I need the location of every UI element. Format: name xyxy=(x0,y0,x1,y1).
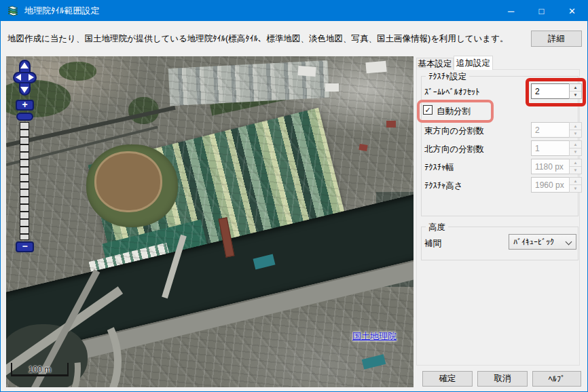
minimize-button[interactable]: ─ xyxy=(496,1,526,21)
map-scale-bar: 100 m xyxy=(11,363,69,376)
pan-right-icon[interactable] xyxy=(29,74,34,81)
texture-height-input: 1960 px xyxy=(531,177,569,193)
north-divisions-spinner: 1 ▲ ▼ xyxy=(531,140,582,156)
zoom-slider-track[interactable] xyxy=(20,122,29,240)
zoom-in-button[interactable]: + xyxy=(16,100,34,111)
texture-width-spinner: 1180 px ▲ ▼ xyxy=(531,159,582,174)
confirm-button[interactable]: 確定 xyxy=(422,371,473,387)
tab-basic-settings[interactable]: 基本設定 xyxy=(416,58,454,70)
spin-up-button: ▲ xyxy=(570,178,581,185)
interpolation-value: ﾊﾞｲｷｭｰﾋﾞｯｸ xyxy=(513,237,554,247)
minimize-icon: ─ xyxy=(508,6,514,16)
arrow-up-icon: ▲ xyxy=(574,142,578,146)
spin-up-button: ▲ xyxy=(570,123,581,130)
close-button[interactable]: ✕ xyxy=(557,1,587,21)
help-button[interactable]: ﾍﾙﾌﾟ xyxy=(532,371,581,387)
spin-down-button: ▼ xyxy=(570,130,581,137)
maximize-icon: □ xyxy=(539,6,545,16)
spin-down-button: ▼ xyxy=(570,185,581,192)
spin-down-button: ▼ xyxy=(570,149,581,155)
zoom-out-button[interactable]: − xyxy=(16,241,34,252)
east-divisions-label: 東方向の分割数 xyxy=(424,125,484,137)
altitude-group-title: 高度 xyxy=(426,222,448,233)
arrow-down-icon: ▼ xyxy=(574,132,578,136)
pan-down-icon[interactable] xyxy=(20,87,29,93)
minus-icon: − xyxy=(22,241,27,252)
east-divisions-spinner: 2 ▲ ▼ xyxy=(531,122,582,138)
cancel-button[interactable]: 取消 xyxy=(477,371,528,387)
map-red-roof xyxy=(386,121,396,128)
spin-down-button[interactable]: ▼ xyxy=(570,92,581,98)
arrow-up-icon: ▲ xyxy=(574,124,578,128)
arrow-down-icon: ▼ xyxy=(574,150,578,154)
north-divisions-input: 1 xyxy=(531,140,569,156)
window-title: 地理院ﾀｲﾙ範囲設定 xyxy=(24,5,100,17)
map-viewport[interactable]: + − 100 m 国土地理院 xyxy=(6,56,414,387)
spin-up-button: ▲ xyxy=(570,141,581,149)
attribution-link[interactable]: 国土地理院 xyxy=(352,330,397,342)
app-icon xyxy=(7,5,19,16)
map-baseball-field xyxy=(94,151,162,212)
pan-up-icon[interactable] xyxy=(20,62,29,68)
tab-additional-settings[interactable]: 追加設定 xyxy=(454,56,493,70)
maximize-button[interactable]: □ xyxy=(526,1,557,21)
caption-buttons: ─ □ ✕ xyxy=(496,1,587,21)
titlebar[interactable]: 地理院ﾀｲﾙ範囲設定 ─ □ ✕ xyxy=(1,1,587,21)
interpolation-label: 補間 xyxy=(424,238,441,250)
arrow-up-icon: ▲ xyxy=(574,179,578,183)
usage-description: 地図作成に当たり、国土地理院が提供している地理院ﾀｲﾙ(標高ﾀｲﾙ、標準地図、淡… xyxy=(7,33,523,45)
arrow-up-icon: ▲ xyxy=(574,85,578,90)
auto-split-checkbox[interactable]: ✓ xyxy=(423,105,433,115)
zoom-offset-spinner: 2 ▲ ▼ xyxy=(531,83,582,99)
spin-up-button[interactable]: ▲ xyxy=(570,84,581,92)
pan-left-icon[interactable] xyxy=(16,74,21,81)
details-button[interactable]: 詳細 xyxy=(531,31,582,47)
map-red-roof xyxy=(359,144,367,151)
map-building xyxy=(365,61,386,74)
map-building xyxy=(298,66,316,77)
zoom-offset-input[interactable]: 2 xyxy=(531,83,569,99)
texture-width-label: ﾃｸｽﾁｬ幅 xyxy=(424,162,454,174)
arrow-down-icon: ▼ xyxy=(574,187,578,191)
map-building xyxy=(325,83,339,92)
zoom-offset-label: ｽﾞｰﾑﾚﾍﾞﾙｵﾌｾｯﾄ xyxy=(424,87,479,97)
interpolation-dropdown[interactable]: ﾊﾞｲｷｭｰﾋﾞｯｸ xyxy=(509,234,576,250)
north-divisions-label: 北方向の分割数 xyxy=(424,144,484,155)
arrow-down-icon: ▼ xyxy=(574,93,578,97)
chevron-down-icon xyxy=(566,239,572,246)
zoom-slider-handle[interactable] xyxy=(16,113,33,121)
spin-down-button: ▼ xyxy=(570,167,581,174)
spin-up-button: ▲ xyxy=(570,159,581,167)
arrow-down-icon: ▼ xyxy=(574,168,578,172)
auto-split-label[interactable]: 自動分割 xyxy=(437,106,471,117)
scale-label: 100 m xyxy=(12,365,67,374)
close-icon: ✕ xyxy=(568,6,576,16)
texture-height-label: ﾃｸｽﾁｬ高さ xyxy=(424,180,463,192)
checkmark-icon: ✓ xyxy=(424,106,430,115)
texture-width-input: 1180 px xyxy=(531,159,569,174)
arrow-up-icon: ▲ xyxy=(574,161,578,165)
east-divisions-input: 2 xyxy=(531,122,569,138)
plus-icon: + xyxy=(22,99,27,110)
texture-height-spinner: 1960 px ▲ ▼ xyxy=(531,177,582,193)
texture-group-title: ﾃｸｽﾁｬ設定 xyxy=(426,71,469,83)
dialog-window: 地理院ﾀｲﾙ範囲設定 ─ □ ✕ 地図作成に当たり、国土地理院が提供している地理… xyxy=(0,0,588,392)
